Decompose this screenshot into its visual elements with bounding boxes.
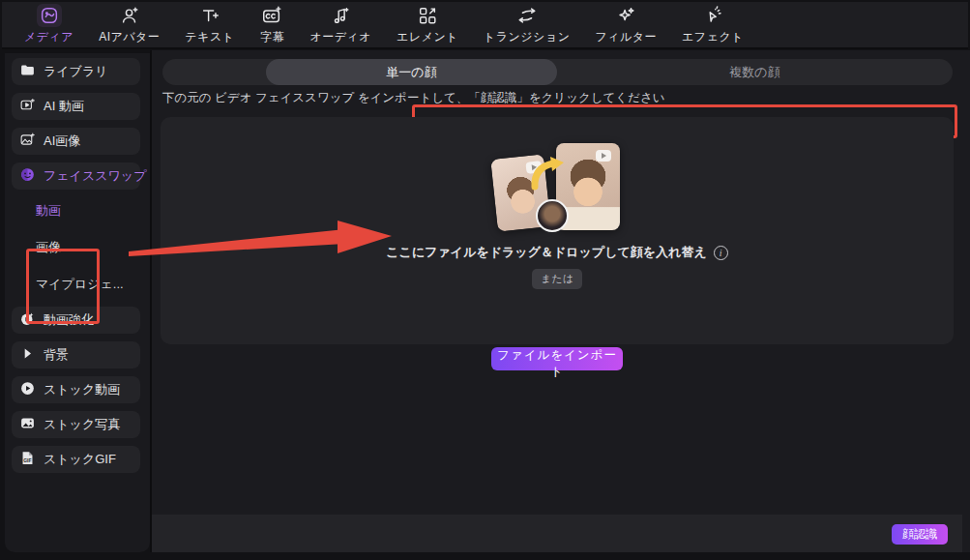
tab-multiple-faces[interactable]: 複数の顔	[557, 59, 953, 85]
toolbar-label: テキスト	[185, 29, 234, 45]
tab-single-face[interactable]: 単一の顔	[266, 59, 557, 85]
text-icon	[197, 4, 222, 27]
sidebar-item-background[interactable]: 背景	[12, 341, 140, 368]
sidebar-subitem-my-projects[interactable]: マイプロジェ...	[36, 274, 124, 295]
face-recognition-button[interactable]: 顔認識	[892, 524, 948, 545]
info-icon[interactable]: i	[714, 246, 728, 260]
instruction-text: 下の元の ビデオ フェイススワップ をインポートして、「顔認識」をクリックしてく…	[162, 90, 665, 106]
sidebar-item-video-enhance[interactable]: 動画強化	[12, 307, 140, 334]
transitions-icon	[514, 4, 540, 27]
sidebar-item-library[interactable]: ライブラリ	[12, 58, 140, 85]
sidebar-item-faceswap[interactable]: フェイススワップ	[12, 162, 140, 190]
toolbar-label: エレメント	[397, 29, 458, 45]
top-toolbar: メディア AIアバター テキスト 字幕 オーディオ	[2, 2, 968, 49]
dropzone-hint-row: ここにファイルをドラッグ＆ドロップして顔を入れ替え i	[161, 244, 954, 261]
toolbar-label: オーディオ	[309, 29, 371, 45]
sidebar-item-label: AI画像	[44, 133, 80, 150]
stock-photo-icon	[19, 415, 36, 435]
library-icon	[19, 62, 36, 82]
toolbar-item-subtitles[interactable]: 字幕	[247, 2, 297, 47]
sidebar-item-label: 背景	[44, 346, 69, 364]
effects-icon	[700, 4, 725, 27]
sidebar-item-label: AI 動画	[44, 98, 84, 115]
sidebar-item-label: ストック動画	[44, 381, 120, 398]
ai-avatar-icon	[117, 4, 142, 27]
video-enhance-icon	[19, 310, 36, 331]
toolbar-label: AIアバター	[99, 29, 160, 45]
toolbar-label: エフェクト	[682, 29, 744, 45]
sidebar-item-label: 動画強化	[44, 311, 94, 329]
ai-image-icon	[19, 132, 36, 152]
toolbar-label: メディア	[24, 29, 73, 45]
import-file-button[interactable]: ファイルをインポート	[491, 347, 623, 370]
toolbar-item-text[interactable]: テキスト	[172, 2, 247, 47]
filters-icon	[613, 4, 638, 27]
toolbar-item-audio[interactable]: オーディオ	[297, 2, 384, 47]
sidebar-item-stock-photo[interactable]: ストック写真	[12, 411, 140, 438]
stock-gif-icon: GIF	[19, 450, 36, 470]
toolbar-item-ai-avatar[interactable]: AIアバター	[86, 2, 172, 47]
swap-arrow-icon	[527, 155, 566, 192]
sidebar-item-label: ストック写真	[44, 416, 120, 433]
toolbar-label: フィルター	[595, 29, 657, 45]
toolbar-item-transitions[interactable]: トランジション	[471, 2, 582, 47]
sidebar-subitem-image[interactable]: 画像	[36, 237, 61, 258]
toolbar-item-filters[interactable]: フィルター	[582, 2, 669, 47]
toolbar-label: トランジション	[484, 29, 570, 45]
svg-text:GIF: GIF	[23, 457, 31, 462]
sidebar: ライブラリ AI 動画 AI画像 フェイススワップ 動画 画像 マイプロジェ..…	[5, 53, 150, 552]
audio-icon	[328, 4, 353, 27]
faceswap-icon	[19, 166, 36, 187]
ai-video-icon	[19, 97, 36, 117]
toolbar-item-media[interactable]: メディア	[12, 2, 86, 47]
sidebar-item-stock-gif[interactable]: GIF ストックGIF	[12, 446, 140, 473]
toolbar-label: 字幕	[260, 29, 284, 45]
media-icon	[37, 4, 62, 27]
sidebar-item-label: ライブラリ	[44, 63, 108, 80]
toolbar-item-effects[interactable]: エフェクト	[669, 2, 756, 47]
face-mode-tabbar: 単一の顔 複数の顔	[162, 59, 953, 85]
toolbar-item-elements[interactable]: エレメント	[384, 2, 471, 47]
sidebar-item-ai-image[interactable]: AI画像	[12, 128, 140, 155]
subtitles-icon	[259, 4, 284, 27]
sidebar-subitem-video[interactable]: 動画	[36, 200, 61, 221]
faceswap-illustration	[492, 143, 622, 236]
sidebar-item-label: ストックGIF	[44, 451, 116, 468]
play-icon	[596, 150, 611, 162]
main-panel: 単一の顔 複数の顔 下の元の ビデオ フェイススワップ をインポートして、「顔認…	[152, 50, 970, 552]
sidebar-item-ai-video[interactable]: AI 動画	[12, 93, 140, 120]
sidebar-item-label: フェイススワップ	[44, 167, 146, 185]
background-icon	[19, 345, 36, 366]
face-avatar	[536, 199, 569, 232]
dropzone-hint: ここにファイルをドラッグ＆ドロップして顔を入れ替え	[386, 244, 706, 261]
sidebar-item-stock-video[interactable]: ストック動画	[12, 376, 140, 403]
app-window: メディア AIアバター テキスト 字幕 オーディオ	[0, 0, 970, 560]
or-label: または	[532, 269, 582, 289]
file-dropzone[interactable]: ここにファイルをドラッグ＆ドロップして顔を入れ替え i または ファイルをインポ…	[161, 117, 954, 344]
bottom-bar: 顔認識	[152, 515, 962, 552]
elements-icon	[415, 4, 440, 27]
stock-video-icon	[19, 380, 36, 400]
